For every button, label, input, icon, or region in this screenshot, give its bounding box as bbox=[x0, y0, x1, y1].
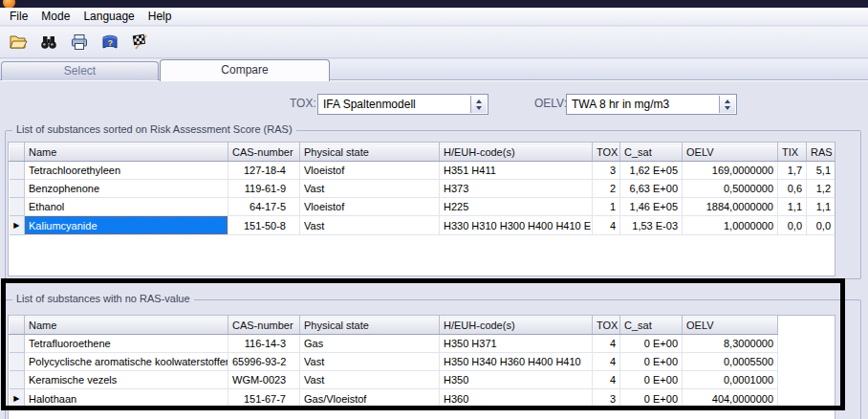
codes-cell[interactable]: H373 bbox=[440, 180, 593, 198]
ras-cell[interactable]: 5,1 bbox=[807, 162, 835, 180]
csat-cell[interactable]: 1,53 E-03 bbox=[620, 216, 683, 235]
name-cell[interactable]: Polycyclische aromatische koolwaterstoff… bbox=[25, 353, 228, 371]
find-button[interactable] bbox=[37, 31, 60, 54]
codes-cell[interactable]: H330 H310 H300 H400 H410 E bbox=[440, 216, 593, 235]
col-header-tox[interactable]: TOX bbox=[593, 143, 620, 162]
tox-select[interactable]: IFA Spaltenmodell bbox=[317, 94, 488, 115]
cas-cell[interactable]: 151-50-8 bbox=[228, 216, 300, 235]
cas-cell[interactable]: 151-67-7 bbox=[228, 389, 300, 408]
open-button[interactable] bbox=[7, 31, 30, 54]
table-row[interactable]: Tetrachloorethyleen 127-18-4 Vloeistof H… bbox=[10, 162, 835, 180]
ras-cell[interactable]: 1,1 bbox=[807, 198, 835, 216]
col-header-ras[interactable]: RAS bbox=[807, 143, 835, 162]
tox-cell[interactable]: 4 bbox=[593, 371, 620, 389]
codes-cell[interactable]: H350 H371 bbox=[440, 335, 593, 353]
state-cell[interactable]: Vloeistof bbox=[300, 162, 440, 180]
menu-item-language[interactable]: Language bbox=[77, 9, 141, 25]
tix-cell[interactable]: 1,7 bbox=[778, 162, 807, 180]
col-header-name[interactable]: Name bbox=[25, 143, 228, 162]
oelv-cell[interactable]: 0,0005500 bbox=[683, 353, 778, 371]
state-cell[interactable]: Vast bbox=[300, 353, 440, 371]
table-row[interactable]: Benzophenone 119-61-9 Vast H373 2 6,63 E… bbox=[10, 180, 835, 198]
col-header-tox[interactable]: TOX bbox=[593, 317, 620, 335]
codes-cell[interactable]: H350 bbox=[440, 371, 593, 389]
name-cell[interactable]: Tetrafluoroethene bbox=[25, 335, 228, 353]
cas-cell[interactable]: 65996-93-2 bbox=[228, 353, 300, 371]
csat-cell[interactable]: 0 E+00 bbox=[620, 371, 683, 389]
tox-cell[interactable]: 4 bbox=[593, 216, 620, 235]
col-header-codes[interactable]: H/EUH-code(s) bbox=[440, 317, 593, 335]
col-header-codes[interactable]: H/EUH-code(s) bbox=[440, 143, 593, 162]
cas-cell[interactable]: 119-61-9 bbox=[228, 180, 300, 198]
help-button[interactable]: ? bbox=[98, 31, 121, 54]
codes-cell[interactable]: H225 bbox=[440, 198, 593, 216]
tox-cell[interactable]: 3 bbox=[593, 389, 620, 408]
tix-cell[interactable]: 1,1 bbox=[778, 198, 807, 216]
oelv-cell[interactable]: 404,0000000 bbox=[683, 389, 778, 408]
col-header-state[interactable]: Physical state bbox=[300, 143, 440, 162]
col-header-cas[interactable]: CAS-number bbox=[228, 143, 300, 162]
table-row[interactable]: ▶ Kaliumcyanide 151-50-8 Vast H330 H310 … bbox=[10, 216, 835, 235]
table-row[interactable]: Ethanol 64-17-5 Vloeistof H225 1 1,46 E+… bbox=[10, 198, 835, 216]
oelv-cell[interactable]: 169,0000000 bbox=[683, 162, 778, 180]
col-header-tix[interactable]: TIX bbox=[778, 143, 807, 162]
tix-cell[interactable]: 0,0 bbox=[778, 216, 807, 235]
cas-cell[interactable]: 116-14-3 bbox=[228, 335, 300, 353]
oelv-cell[interactable]: 1,0000000 bbox=[683, 216, 778, 235]
name-cell[interactable]: Halothaan bbox=[25, 389, 228, 408]
state-cell[interactable]: Vast bbox=[300, 216, 440, 235]
name-cell[interactable]: Keramische vezels bbox=[25, 371, 228, 389]
oelv-cell[interactable]: 0,0001000 bbox=[683, 371, 778, 389]
tox-cell[interactable]: 3 bbox=[593, 162, 620, 180]
csat-cell[interactable]: 0 E+00 bbox=[620, 389, 683, 408]
col-header-cas[interactable]: CAS-number bbox=[228, 317, 300, 335]
csat-cell[interactable]: 6,63 E+00 bbox=[620, 180, 683, 198]
tox-cell[interactable]: 4 bbox=[593, 353, 620, 371]
print-button[interactable] bbox=[68, 31, 91, 54]
table-row[interactable]: Tetrafluoroethene 116-14-3 Gas H350 H371… bbox=[10, 335, 835, 353]
state-cell[interactable]: Vast bbox=[300, 371, 440, 389]
codes-cell[interactable]: H351 H411 bbox=[440, 162, 593, 180]
oelv-select[interactable]: TWA 8 hr in mg/m3 bbox=[566, 94, 737, 115]
cas-cell[interactable]: WGM-0023 bbox=[228, 371, 300, 389]
col-header-state[interactable]: Physical state bbox=[300, 317, 440, 335]
table-row[interactable]: Keramische vezels WGM-0023 Vast H350 4 0… bbox=[10, 371, 835, 389]
cas-cell[interactable]: 127-18-4 bbox=[228, 162, 300, 180]
table-row[interactable]: ▶ Halothaan 151-67-7 Gas/Vloeistof H360 … bbox=[10, 389, 835, 408]
col-header-csat[interactable]: C_sat bbox=[620, 317, 683, 335]
menu-item-help[interactable]: Help bbox=[142, 9, 180, 25]
col-header-csat[interactable]: C_sat bbox=[620, 143, 683, 162]
col-header-oelv[interactable]: OELV bbox=[683, 317, 778, 335]
name-cell[interactable]: Benzophenone bbox=[25, 180, 228, 198]
name-cell[interactable]: Tetrachloorethyleen bbox=[25, 162, 228, 180]
csat-cell[interactable]: 0 E+00 bbox=[620, 335, 683, 353]
tox-cell[interactable]: 4 bbox=[593, 335, 620, 353]
name-cell[interactable]: Ethanol bbox=[25, 198, 228, 216]
state-cell[interactable]: Gas/Vloeistof bbox=[300, 389, 440, 408]
tix-cell[interactable]: 0,6 bbox=[778, 180, 807, 198]
oelv-cell[interactable]: 8,3000000 bbox=[683, 335, 778, 353]
state-cell[interactable]: Gas bbox=[300, 335, 440, 353]
name-cell[interactable]: Kaliumcyanide bbox=[25, 216, 228, 235]
csat-cell[interactable]: 1,62 E+05 bbox=[620, 162, 683, 180]
menu-item-file[interactable]: File bbox=[4, 9, 35, 25]
finish-button[interactable] bbox=[129, 31, 152, 54]
ras-cell[interactable]: 0,0 bbox=[807, 216, 835, 235]
codes-cell[interactable]: H350 H340 H360 H400 H410 bbox=[440, 353, 593, 371]
cas-cell[interactable]: 64-17-5 bbox=[228, 198, 300, 216]
tox-cell[interactable]: 2 bbox=[593, 180, 620, 198]
tox-spinner[interactable] bbox=[470, 96, 487, 113]
csat-cell[interactable]: 1,46 E+05 bbox=[620, 198, 683, 216]
table-row[interactable]: Polycyclische aromatische koolwaterstoff… bbox=[10, 353, 835, 371]
col-header-name[interactable]: Name bbox=[25, 317, 228, 335]
col-header-oelv[interactable]: OELV bbox=[683, 143, 778, 162]
title-bar[interactable] bbox=[0, 0, 868, 8]
csat-cell[interactable]: 0 E+00 bbox=[620, 353, 683, 371]
oelv-spinner[interactable] bbox=[719, 96, 735, 113]
tox-cell[interactable]: 1 bbox=[593, 198, 620, 216]
state-cell[interactable]: Vloeistof bbox=[300, 198, 440, 216]
oelv-cell[interactable]: 0,5000000 bbox=[683, 180, 778, 198]
menu-item-mode[interactable]: Mode bbox=[35, 9, 77, 25]
tab-select[interactable]: Select bbox=[1, 61, 159, 80]
codes-cell[interactable]: H360 bbox=[440, 389, 593, 408]
